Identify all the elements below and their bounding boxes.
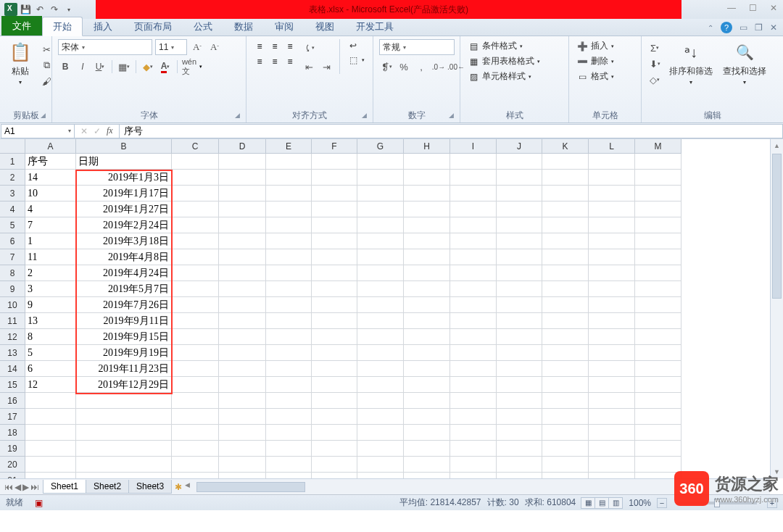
cell[interactable]: 9 [25,297,76,313]
tab-home[interactable]: 开始 [42,17,83,36]
cell[interactable] [635,217,682,233]
cell[interactable] [312,186,357,201]
cell[interactable] [219,425,266,441]
cell[interactable] [404,441,450,457]
cell[interactable] [635,233,682,249]
cell[interactable] [589,249,635,265]
cell[interactable] [450,457,497,473]
cell[interactable] [172,409,219,425]
orientation-icon[interactable]: ⤹▾ [302,41,316,55]
row-header[interactable]: 14 [0,361,25,377]
cell[interactable] [450,201,497,217]
cell[interactable] [312,297,357,313]
cancel-formula-icon[interactable]: ✕ [80,126,88,136]
cell[interactable] [219,393,266,409]
cell[interactable] [172,154,219,170]
name-box[interactable]: A1▾ [1,124,75,138]
accounting-icon[interactable]: ❡▾ [379,59,394,74]
cell[interactable] [450,249,497,265]
cell[interactable]: 4 [25,201,76,217]
cell[interactable] [404,154,450,170]
tab-developer[interactable]: 开发工具 [345,17,405,36]
scrollbar-thumb[interactable] [196,482,305,492]
cell[interactable]: 10 [25,186,76,201]
column-header[interactable]: L [589,139,635,154]
cell[interactable]: 2 [25,265,76,281]
cell[interactable] [312,217,357,233]
first-sheet-icon[interactable]: ⏮ [4,482,13,492]
cell[interactable] [404,281,450,297]
normal-view-icon[interactable]: ▦ [581,497,595,509]
close-button[interactable]: ✕ [770,3,777,13]
cell[interactable] [172,217,219,233]
cell[interactable] [312,265,357,281]
cell[interactable] [450,377,497,393]
zoom-level[interactable]: 100% [629,498,651,508]
cell[interactable] [172,393,219,409]
qat-customize-icon[interactable]: ▾ [62,3,75,16]
scrollbar-thumb[interactable] [772,154,782,299]
scroll-up-icon[interactable]: ▲ [771,139,783,152]
row-header[interactable]: 3 [0,186,25,201]
cell[interactable] [542,186,589,201]
phonetic-icon[interactable]: wén文 [182,59,196,74]
cell-styles-button[interactable]: ▨单元格样式▾ [466,70,533,83]
page-layout-view-icon[interactable]: ▤ [594,497,609,509]
cell[interactable] [589,345,635,361]
cell[interactable] [404,329,450,345]
dialog-launcher-icon[interactable]: ◢ [41,112,46,119]
horizontal-scrollbar[interactable]: ◀ ▶ [196,481,770,493]
cell[interactable] [219,186,266,201]
cell[interactable] [589,409,635,425]
tab-data[interactable]: 数据 [223,17,264,36]
column-header[interactable]: A [25,139,76,154]
cell[interactable] [589,441,635,457]
cell[interactable] [172,170,219,186]
cell[interactable] [312,345,357,361]
tab-formulas[interactable]: 公式 [183,17,223,36]
cell[interactable]: 12 [25,377,76,393]
cell[interactable] [450,329,497,345]
doc-close-icon[interactable]: ✕ [770,22,777,33]
cell[interactable] [172,265,219,281]
row-header[interactable]: 17 [0,409,25,425]
row-header[interactable]: 9 [0,281,25,297]
cell[interactable] [172,441,219,457]
row-header[interactable]: 20 [0,457,25,473]
cell[interactable] [219,345,266,361]
increase-indent-icon[interactable]: ⇥ [319,59,334,74]
tab-file[interactable]: 文件 [1,16,42,36]
cell[interactable] [266,361,312,377]
cell[interactable] [266,313,312,329]
align-bottom-icon[interactable]: ≡ [283,39,297,54]
cell[interactable] [497,457,542,473]
doc-restore-icon[interactable]: ❐ [755,22,763,33]
cell[interactable] [266,377,312,393]
save-icon[interactable]: 💾 [19,3,32,16]
fx-icon[interactable]: fx [107,125,113,136]
percent-icon[interactable]: % [397,59,411,74]
align-left-icon[interactable]: ≡ [252,54,267,69]
scroll-down-icon[interactable]: ▼ [771,465,783,478]
doc-minimize-icon[interactable]: ▭ [740,22,747,33]
tab-view[interactable]: 视图 [304,17,345,36]
cell[interactable] [404,377,450,393]
cell[interactable] [635,265,682,281]
page-break-view-icon[interactable]: ▥ [608,497,623,509]
format-painter-icon[interactable]: 🖌 [39,74,54,88]
cell[interactable] [172,186,219,201]
cell[interactable] [172,249,219,265]
cell[interactable] [497,265,542,281]
cell[interactable] [589,393,635,409]
cell[interactable] [219,313,266,329]
merge-center-button[interactable]: ⬚▾ [346,54,366,67]
cell[interactable] [219,409,266,425]
sort-filter-button[interactable]: ᵃ↓ 排序和筛选 ▾ [666,39,716,87]
macro-record-icon[interactable]: ▣ [35,498,43,508]
cell[interactable] [635,201,682,217]
cell[interactable]: 1 [25,233,76,249]
cell[interactable] [312,170,357,186]
zoom-slider[interactable] [677,502,757,504]
cell[interactable] [266,170,312,186]
cell[interactable] [172,457,219,473]
